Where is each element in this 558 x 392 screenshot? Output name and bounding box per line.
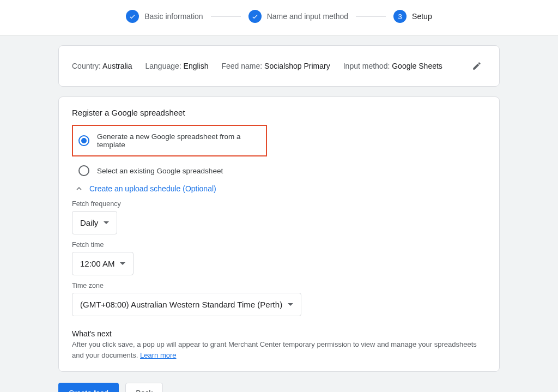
check-icon bbox=[126, 10, 139, 23]
radio-label: Generate a new Google spreadsheet from a… bbox=[97, 132, 256, 149]
summary-country: Country: Australia bbox=[72, 62, 132, 70]
upload-schedule-label: Create an upload schedule (Optional) bbox=[89, 184, 216, 193]
summary-feed-name: Feed name: Socialshop Primary bbox=[222, 62, 330, 70]
time-zone-select[interactable]: (GMT+08:00) Australian Western Standard … bbox=[72, 293, 301, 316]
create-feed-button[interactable]: Create feed bbox=[58, 383, 119, 392]
time-zone-label: Time zone bbox=[72, 282, 486, 290]
pencil-icon bbox=[472, 61, 482, 71]
radio-generate-new[interactable]: Generate a new Google spreadsheet from a… bbox=[72, 125, 267, 156]
section-title: Register a Google spreadsheet bbox=[72, 108, 486, 117]
radio-icon bbox=[78, 165, 89, 176]
radio-select-existing[interactable]: Select an existing Google spreadsheet bbox=[72, 162, 486, 176]
fetch-frequency-label: Fetch frequency bbox=[72, 200, 486, 208]
whats-next-body: After you click save, a pop up will appe… bbox=[72, 339, 486, 360]
step-divider bbox=[211, 16, 241, 17]
chevron-up-icon bbox=[74, 184, 84, 194]
select-value: Daily bbox=[80, 218, 98, 227]
step-divider bbox=[356, 16, 386, 17]
step-label: Setup bbox=[412, 12, 432, 21]
step-label: Name and input method bbox=[267, 12, 348, 21]
step-name-input-method[interactable]: Name and input method bbox=[248, 10, 348, 23]
fetch-frequency-select[interactable]: Daily bbox=[72, 211, 117, 234]
radio-label: Select an existing Google spreadsheet bbox=[97, 167, 223, 175]
step-setup[interactable]: 3 Setup bbox=[393, 10, 432, 23]
fetch-time-label: Fetch time bbox=[72, 241, 486, 249]
feed-summary-card: Country: Australia Language: English Fee… bbox=[58, 45, 500, 87]
chevron-down-icon bbox=[288, 303, 293, 306]
action-bar: Create feed Back bbox=[58, 383, 500, 392]
chevron-down-icon bbox=[104, 221, 109, 224]
step-number-icon: 3 bbox=[393, 10, 407, 23]
register-spreadsheet-card: Register a Google spreadsheet Generate a… bbox=[58, 97, 500, 372]
learn-more-link[interactable]: Learn more bbox=[140, 351, 176, 359]
step-label: Basic information bbox=[144, 12, 203, 21]
radio-icon bbox=[78, 135, 89, 146]
select-value: (GMT+08:00) Australian Western Standard … bbox=[80, 300, 282, 309]
step-basic-information[interactable]: Basic information bbox=[126, 10, 203, 23]
check-icon bbox=[248, 10, 262, 23]
upload-schedule-toggle[interactable]: Create an upload schedule (Optional) bbox=[74, 184, 486, 194]
back-button[interactable]: Back bbox=[125, 383, 163, 392]
edit-button[interactable] bbox=[468, 57, 486, 75]
chevron-down-icon bbox=[120, 262, 125, 265]
whats-next-title: What's next bbox=[72, 329, 486, 338]
stepper: Basic information Name and input method … bbox=[0, 0, 558, 35]
summary-input-method: Input method: Google Sheets bbox=[343, 62, 442, 70]
summary-language: Language: English bbox=[145, 62, 209, 70]
select-value: 12:00 AM bbox=[80, 259, 114, 268]
fetch-time-select[interactable]: 12:00 AM bbox=[72, 252, 134, 275]
